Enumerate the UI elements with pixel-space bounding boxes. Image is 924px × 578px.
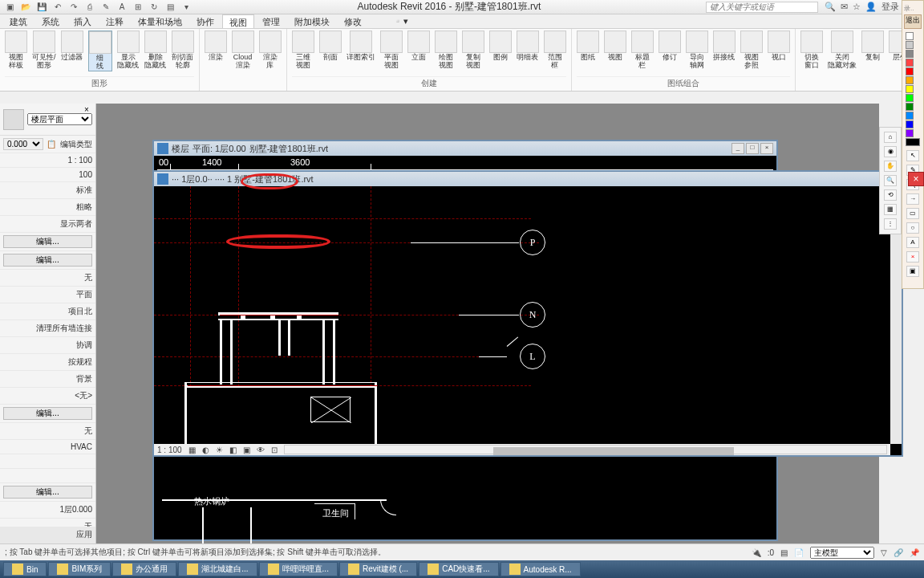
tab-modify[interactable]: 修改 [338, 14, 368, 28]
ribbon-button[interactable]: Cloud 渲染 [232, 31, 254, 70]
workset-select[interactable]: 主模型 [810, 547, 874, 559]
status-sheet-icon[interactable]: 📄 [794, 548, 804, 557]
swatch-blue[interactable] [906, 112, 914, 120]
taskbar-item[interactable]: 湖北城建白... [178, 562, 257, 576]
open-icon[interactable]: 📂 [19, 2, 32, 13]
tool-stamp[interactable]: ▣ [906, 266, 919, 277]
ribbon-button[interactable]: 范围 框 [544, 31, 566, 70]
taskbar-item[interactable]: Autodesk R... [500, 562, 581, 576]
property-value[interactable]: 显示两者 [3, 218, 92, 230]
undo-icon[interactable]: ↶ [51, 2, 64, 13]
tool-cursor[interactable]: ↖ [906, 150, 919, 161]
tab-massing[interactable]: 体量和场地 [132, 14, 188, 28]
tab-annotate[interactable]: 注释 [99, 14, 130, 28]
property-value[interactable]: 标准 [3, 185, 92, 196]
swatch-dgreen[interactable] [906, 103, 914, 111]
grid-bubble-n[interactable]: N [520, 302, 545, 328]
fav-icon[interactable]: ☆ [853, 2, 861, 12]
property-value[interactable]: 协调 [3, 340, 92, 351]
sel-pin-icon[interactable]: 📌 [910, 548, 919, 557]
tool-text[interactable]: A [906, 237, 919, 248]
property-value[interactable]: 背景 [3, 373, 92, 385]
sync-icon[interactable]: ↻ [148, 2, 160, 13]
ribbon-button[interactable]: 过滤器 [61, 31, 83, 62]
redo-icon[interactable]: ↷ [67, 2, 80, 13]
family-type-select[interactable]: 楼层平面 [27, 113, 92, 125]
search-icon[interactable]: 🔍 [825, 2, 836, 12]
taskbar-item[interactable]: Revit建模 (... [339, 562, 417, 576]
taskbar-item[interactable]: Bin [3, 562, 47, 576]
ribbon-button[interactable]: 渲染 库 [259, 31, 282, 70]
swatch-orange[interactable] [906, 76, 914, 84]
nav-box-icon[interactable]: ▦ [884, 204, 897, 215]
property-edit-button[interactable]: 编辑... [3, 407, 92, 420]
text-icon[interactable]: A [116, 2, 128, 13]
ribbon-button[interactable]: 修订 [659, 31, 681, 62]
sel-link-icon[interactable]: 🔗 [894, 548, 903, 557]
property-value[interactable]: 无 [3, 425, 92, 437]
crop-icon[interactable]: ▣ [243, 446, 250, 454]
comm-icon[interactable]: ✉ [841, 2, 848, 12]
swatch-green[interactable] [906, 94, 914, 102]
status-plug-icon[interactable]: 🔌 [752, 548, 761, 557]
property-value[interactable]: 1 : 100 [3, 156, 92, 165]
ribbon-button[interactable]: 视图 样板 [5, 31, 27, 70]
nav-orbit-icon[interactable]: ⟲ [884, 189, 897, 201]
property-value[interactable]: 粗略 [3, 201, 92, 213]
shadow-icon[interactable]: ◧ [229, 446, 237, 454]
ribbon-button[interactable]: 三维 视图 [292, 31, 314, 70]
grid-bubble-p[interactable]: P [520, 230, 545, 255]
swatch-dblue[interactable] [906, 120, 914, 128]
property-value[interactable]: 清理所有墙连接 [3, 323, 92, 334]
tool-del[interactable]: × [906, 251, 919, 263]
min-icon[interactable]: _ [732, 143, 744, 154]
property-value[interactable]: 按规程 [3, 356, 92, 368]
ribbon-button[interactable]: 视图 参照 [740, 31, 763, 70]
tab-insert[interactable]: 插入 [67, 14, 98, 28]
app-menu-icon[interactable]: ▣ [3, 2, 16, 13]
swatch-gray[interactable] [906, 41, 914, 49]
view2-canvas[interactable]: P N L [154, 186, 890, 444]
ribbon-button[interactable]: 显示 隐藏线 [117, 31, 140, 70]
nav-pan-icon[interactable]: ✋ [884, 161, 897, 172]
property-value[interactable]: 1层0.000 [3, 504, 92, 515]
taskbar-item[interactable]: CAD快速看... [419, 562, 498, 576]
swatch-purple[interactable] [906, 129, 914, 137]
ribbon-button[interactable]: 图例 [489, 31, 512, 62]
ribbon-button[interactable]: 明细表 [517, 31, 539, 62]
property-value[interactable]: 100 [3, 170, 92, 179]
close-icon[interactable]: × [84, 105, 94, 115]
ribbon-button[interactable]: 平面 视图 [380, 31, 403, 70]
property-value[interactable]: 平面 [3, 289, 92, 300]
swatch-red2[interactable] [906, 67, 914, 75]
ribbon-button[interactable]: 可见性/ 图形 [32, 31, 56, 70]
filter-icon[interactable]: ▤ [164, 2, 176, 13]
ribbon-button[interactable]: 绘图 视图 [435, 31, 457, 70]
nav-home-icon[interactable]: ⌂ [884, 132, 897, 143]
tab-view[interactable]: 视图 [222, 14, 254, 28]
ribbon-button[interactable]: 切换 窗口 [800, 31, 823, 70]
property-value[interactable]: <无> [3, 390, 92, 401]
hide-icon[interactable]: 👁 [257, 446, 265, 454]
taskbar-item[interactable]: BIM系列 [48, 562, 111, 576]
property-value[interactable]: 项目北 [3, 306, 92, 317]
tab-collab[interactable]: 协作 [190, 14, 221, 28]
ribbon-button[interactable]: 拼接线 [713, 31, 736, 62]
nav-more-icon[interactable]: ⋮ [884, 218, 897, 230]
property-edit-button[interactable]: 编辑... [3, 235, 92, 248]
max-icon[interactable]: □ [746, 143, 759, 154]
property-edit-button[interactable]: 编辑... [3, 254, 92, 267]
sun-icon[interactable]: ☀ [216, 446, 223, 454]
save-icon[interactable]: 💾 [35, 2, 48, 13]
tab-arch[interactable]: 建筑 [3, 14, 34, 28]
ribbon-button[interactable]: 剖面 [319, 31, 342, 62]
apply-button[interactable]: 应用 [3, 529, 92, 540]
detail-icon[interactable]: ▦ [188, 446, 196, 454]
swatch-white[interactable] [906, 32, 914, 40]
user-icon[interactable]: 👤 [865, 2, 877, 12]
status-filter-icon[interactable]: ▤ [780, 548, 788, 557]
ribbon-button[interactable]: 视图 [604, 31, 626, 62]
ribbon-button[interactable]: 立面 [407, 31, 430, 62]
sel-filter-icon[interactable]: ▽ [881, 548, 887, 557]
swatch-black[interactable] [906, 138, 920, 146]
